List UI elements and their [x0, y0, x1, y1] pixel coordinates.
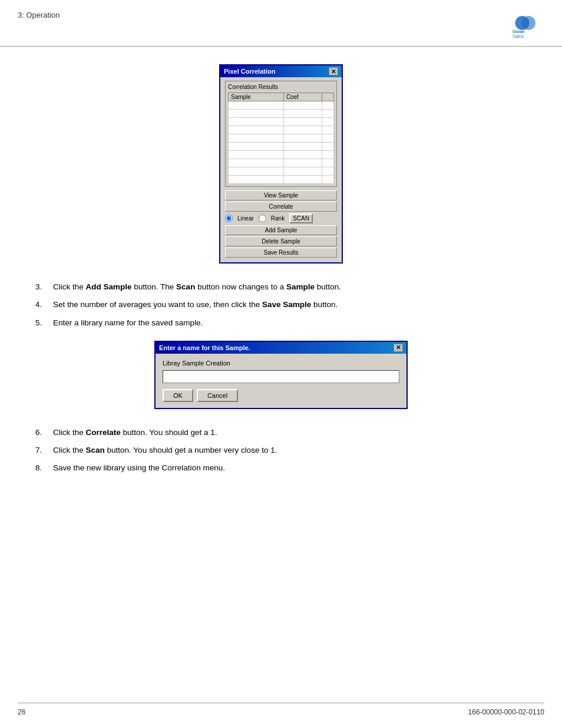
save-sample-ref: Save Sample: [262, 300, 311, 309]
page-header: 3: Operation Ocean Optics: [0, 0, 562, 47]
correlation-table: Sample Coef: [228, 93, 334, 184]
table-row: [229, 118, 334, 126]
svg-text:Ocean: Ocean: [513, 29, 525, 34]
doc-number: 166-00000-000-02-0110: [468, 708, 544, 716]
correlation-type-group: Linear Rank SCAN: [225, 213, 337, 223]
step-text-6: Click the Correlate button. You should g…: [53, 427, 527, 439]
table-row: [229, 110, 334, 118]
sample-dialog-title: Enter a name for this Sample.: [159, 344, 250, 351]
col-sample: Sample: [229, 93, 284, 101]
delete-sample-button[interactable]: Delete Sample: [225, 236, 337, 246]
sample-creation-label: Libray Sample Creation: [163, 360, 399, 367]
page-footer: 26 166-00000-000-02-0110: [18, 703, 544, 716]
scan-ref: Scan: [176, 282, 195, 291]
step-num-5: 5.: [35, 317, 53, 329]
scan-button[interactable]: SCAN: [289, 213, 313, 223]
instruction-5: 5. Enter a library name for the saved sa…: [35, 317, 527, 329]
logo: Ocean Optics: [509, 11, 544, 40]
step-num-4: 4.: [35, 299, 53, 311]
rank-radio[interactable]: [259, 215, 266, 222]
linear-label: Linear: [237, 215, 254, 222]
svg-text:Optics: Optics: [513, 34, 524, 39]
instruction-6: 6. Click the Correlate button. You shoul…: [35, 427, 527, 439]
scan-ref-2: Scan: [86, 446, 105, 454]
table-row: [229, 134, 334, 143]
pixel-correlation-container: Pixel Correlation ✕ Correlation Results …: [35, 64, 527, 263]
step-num-6: 6.: [35, 427, 53, 439]
instruction-8: 8. Save the new library using the Correl…: [35, 462, 527, 474]
add-sample-ref: Add Sample: [86, 282, 132, 291]
sample-dialog-body: Libray Sample Creation OK Cancel: [156, 354, 406, 408]
page-number: 26: [18, 708, 25, 716]
step-num-7: 7.: [35, 444, 53, 456]
table-row: [229, 151, 334, 159]
col-coef: Coef: [283, 93, 322, 101]
close-button[interactable]: ✕: [329, 67, 338, 75]
sample-dialog-close-button[interactable]: ✕: [394, 344, 403, 352]
table-row: [229, 167, 334, 176]
instruction-4: 4. Set the number of averages you want t…: [35, 299, 527, 311]
step-text-4: Set the number of averages you want to u…: [53, 299, 527, 311]
table-row: [229, 143, 334, 151]
pixel-correlation-titlebar: Pixel Correlation ✕: [220, 65, 342, 77]
sample-name-dialog: Enter a name for this Sample. ✕ Libray S…: [154, 341, 408, 409]
sample-name-dialog-container: Enter a name for this Sample. ✕ Libray S…: [35, 341, 527, 409]
step-num-3: 3.: [35, 281, 53, 293]
correlate-ref: Correlate: [86, 428, 121, 437]
save-results-button[interactable]: Save Results: [225, 248, 337, 258]
step-num-8: 8.: [35, 462, 53, 474]
instructions-list: 3. Click the Add Sample button. The Scan…: [35, 281, 527, 329]
step-text-5: Enter a library name for the saved sampl…: [53, 317, 527, 329]
linear-radio[interactable]: [225, 215, 233, 222]
sample-name-input[interactable]: [163, 370, 399, 383]
ocean-optics-logo: Ocean Optics: [509, 11, 544, 40]
rank-label: Rank: [271, 215, 285, 222]
correlate-button[interactable]: Correlate: [225, 202, 337, 212]
instruction-7: 7. Click the Scan button. You should get…: [35, 444, 527, 456]
sample-dialog-titlebar: Enter a name for this Sample. ✕: [156, 342, 406, 354]
sample-ref: Sample: [286, 282, 315, 291]
correlation-results-group: Correlation Results Sample Coef: [225, 81, 337, 187]
pixel-correlation-dialog: Pixel Correlation ✕ Correlation Results …: [219, 64, 343, 263]
page-content: Pixel Correlation ✕ Correlation Results …: [0, 47, 562, 510]
col-empty: [322, 93, 334, 101]
table-row: [229, 159, 334, 167]
group-title: Correlation Results: [228, 84, 334, 90]
step-text-7: Click the Scan button. You should get a …: [53, 444, 527, 456]
table-row: [229, 176, 334, 184]
step-text-8: Save the new library using the Correlati…: [53, 462, 527, 474]
cancel-button[interactable]: Cancel: [197, 389, 238, 402]
svg-point-1: [521, 16, 535, 30]
section-title: 3: Operation: [18, 11, 60, 19]
sample-dialog-buttons: OK Cancel: [163, 389, 399, 402]
step-text-3: Click the Add Sample button. The Scan bu…: [53, 281, 527, 293]
ok-button[interactable]: OK: [163, 389, 193, 402]
add-sample-button[interactable]: Add Sample: [225, 225, 337, 235]
view-sample-button[interactable]: View Sample: [225, 190, 337, 200]
table-row: [229, 101, 334, 110]
pixel-correlation-body: Correlation Results Sample Coef: [220, 77, 342, 262]
pixel-correlation-title: Pixel Correlation: [224, 68, 275, 75]
table-row: [229, 126, 334, 134]
instructions-list-2: 6. Click the Correlate button. You shoul…: [35, 427, 527, 475]
instruction-3: 3. Click the Add Sample button. The Scan…: [35, 281, 527, 293]
